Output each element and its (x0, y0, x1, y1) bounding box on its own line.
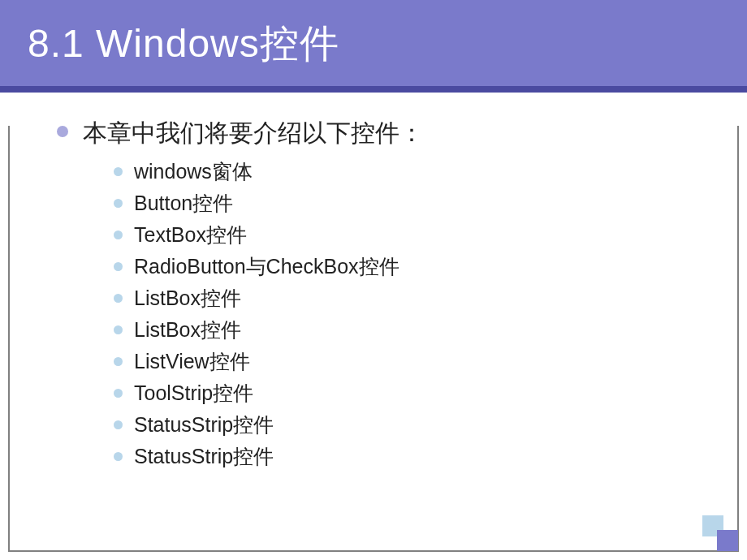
title-bar: 8.1 Windows控件 (0, 0, 747, 93)
list-item-label: ListBox控件 (134, 285, 241, 312)
list-item-label: StatusStrip控件 (134, 443, 274, 470)
list-item-label: StatusStrip控件 (134, 411, 274, 438)
frame-bottom-line (8, 550, 739, 552)
list-item: Button控件 (114, 190, 706, 217)
list-item: ToolStrip控件 (114, 380, 706, 407)
list-item: StatusStrip控件 (114, 443, 706, 470)
bullet-icon (114, 262, 123, 271)
bullet-icon (57, 126, 68, 137)
list-item: RadioButton与CheckBox控件 (114, 253, 706, 280)
bullet-icon (114, 452, 123, 461)
ornament-square-dark (717, 530, 738, 551)
main-bullet-row: 本章中我们将要介绍以下控件： (57, 117, 706, 150)
bullet-icon (114, 230, 123, 239)
list-item: windows窗体 (114, 158, 706, 185)
bullet-icon (114, 294, 123, 303)
list-item: ListBox控件 (114, 317, 706, 343)
list-item-label: ListBox控件 (134, 317, 241, 343)
bullet-icon (114, 167, 123, 176)
bullet-icon (114, 357, 123, 366)
frame-right-line (737, 126, 739, 552)
list-item: StatusStrip控件 (114, 411, 706, 438)
bullet-icon (114, 389, 123, 398)
bullet-icon (114, 420, 123, 429)
list-item-label: ListView控件 (134, 348, 250, 375)
list-item-label: ToolStrip控件 (134, 380, 253, 407)
corner-ornament (701, 514, 738, 551)
list-item: TextBox控件 (114, 222, 706, 248)
list-item-label: TextBox控件 (134, 222, 247, 248)
sub-list: windows窗体 Button控件 TextBox控件 RadioButton… (114, 158, 706, 470)
bullet-icon (114, 325, 123, 334)
list-item-label: RadioButton与CheckBox控件 (134, 253, 399, 280)
content-area: 本章中我们将要介绍以下控件： windows窗体 Button控件 TextBo… (0, 93, 747, 491)
list-item: ListBox控件 (114, 285, 706, 312)
slide: 8.1 Windows控件 本章中我们将要介绍以下控件： windows窗体 B… (0, 0, 747, 560)
list-item-label: Button控件 (134, 190, 233, 217)
frame-left-line (8, 126, 10, 552)
main-text: 本章中我们将要介绍以下控件： (83, 117, 424, 150)
list-item: ListView控件 (114, 348, 706, 375)
bullet-icon (114, 199, 123, 208)
list-item-label: windows窗体 (134, 158, 253, 185)
slide-title: 8.1 Windows控件 (28, 18, 719, 70)
